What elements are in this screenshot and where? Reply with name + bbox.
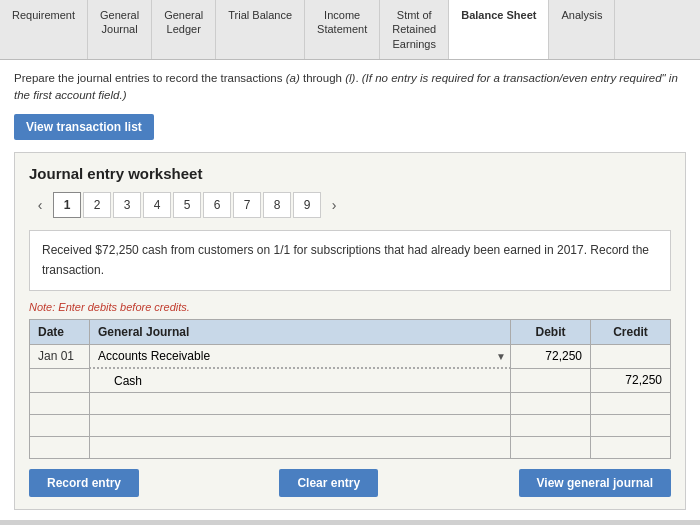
view-transaction-button[interactable]: View transaction list: [14, 114, 154, 140]
row-2-debit[interactable]: [511, 392, 591, 414]
main-content: Prepare the journal entries to record th…: [0, 60, 700, 520]
tab-requirement[interactable]: Requirement: [0, 0, 88, 59]
row-3-account[interactable]: [90, 414, 511, 436]
transaction-description: Received $72,250 cash from customers on …: [29, 230, 671, 290]
header-debit: Debit: [511, 319, 591, 344]
tab-stmt-retained[interactable]: Stmt of Retained Earnings: [380, 0, 449, 59]
row-0-date: Jan 01: [30, 344, 90, 368]
table-row: Jan 01 Accounts Receivable ▼ 72,250: [30, 344, 671, 368]
row-1-account-name: Cash: [114, 374, 142, 388]
page-1[interactable]: 1: [53, 192, 81, 218]
row-0-account-name: Accounts Receivable: [98, 349, 210, 363]
tab-general-journal[interactable]: General Journal: [88, 0, 152, 59]
table-header-row: Date General Journal Debit Credit: [30, 319, 671, 344]
row-1-date: [30, 368, 90, 392]
header-journal: General Journal: [90, 319, 511, 344]
tab-general-ledger[interactable]: General Ledger: [152, 0, 216, 59]
table-row: [30, 436, 671, 458]
tab-trial-balance[interactable]: Trial Balance: [216, 0, 305, 59]
pagination: ‹ 1 2 3 4 5 6 7 8 9 ›: [29, 192, 671, 218]
clear-entry-button[interactable]: Clear entry: [279, 469, 378, 497]
row-4-debit[interactable]: [511, 436, 591, 458]
row-1-account[interactable]: Cash: [90, 368, 511, 392]
row-3-date: [30, 414, 90, 436]
page-4[interactable]: 4: [143, 192, 171, 218]
bottom-buttons: Record entry Clear entry View general jo…: [29, 469, 671, 497]
record-entry-button[interactable]: Record entry: [29, 469, 139, 497]
table-row: [30, 414, 671, 436]
tab-balance-sheet[interactable]: Balance Sheet: [449, 0, 549, 59]
view-general-journal-button[interactable]: View general journal: [519, 469, 671, 497]
row-2-account[interactable]: [90, 392, 511, 414]
header-credit: Credit: [591, 319, 671, 344]
page-prev-button[interactable]: ‹: [29, 194, 51, 216]
page-6[interactable]: 6: [203, 192, 231, 218]
dropdown-arrow-icon[interactable]: ▼: [496, 351, 506, 362]
page-2[interactable]: 2: [83, 192, 111, 218]
row-0-credit[interactable]: [591, 344, 671, 368]
row-2-date: [30, 392, 90, 414]
row-2-credit[interactable]: [591, 392, 671, 414]
row-4-date: [30, 436, 90, 458]
row-4-account[interactable]: [90, 436, 511, 458]
table-row: [30, 392, 671, 414]
header-date: Date: [30, 319, 90, 344]
tab-income-statement[interactable]: Income Statement: [305, 0, 380, 59]
row-3-debit[interactable]: [511, 414, 591, 436]
table-row: Cash 72,250: [30, 368, 671, 392]
page-8[interactable]: 8: [263, 192, 291, 218]
page-9[interactable]: 9: [293, 192, 321, 218]
page-3[interactable]: 3: [113, 192, 141, 218]
row-0-debit[interactable]: 72,250: [511, 344, 591, 368]
page-next-button[interactable]: ›: [323, 194, 345, 216]
worksheet-title: Journal entry worksheet: [29, 165, 671, 182]
instruction-text: Prepare the journal entries to record th…: [14, 70, 686, 105]
page-7[interactable]: 7: [233, 192, 261, 218]
row-4-credit[interactable]: [591, 436, 671, 458]
top-nav: Requirement General Journal General Ledg…: [0, 0, 700, 60]
tab-analysis[interactable]: Analysis: [549, 0, 615, 59]
row-3-credit[interactable]: [591, 414, 671, 436]
note-text: Note: Enter debits before credits.: [29, 301, 671, 313]
page-5[interactable]: 5: [173, 192, 201, 218]
row-0-account[interactable]: Accounts Receivable ▼: [90, 344, 511, 368]
row-1-credit[interactable]: 72,250: [591, 368, 671, 392]
row-1-debit[interactable]: [511, 368, 591, 392]
journal-table: Date General Journal Debit Credit Jan 01…: [29, 319, 671, 459]
worksheet-panel: Journal entry worksheet ‹ 1 2 3 4 5 6 7 …: [14, 152, 686, 509]
